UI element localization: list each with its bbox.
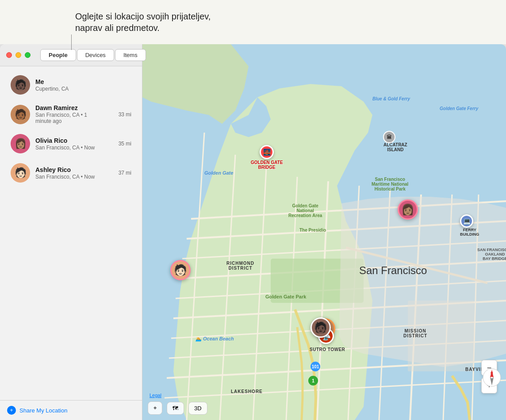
person-location-olivia: San Francisco, CA • Now — [35, 145, 119, 151]
alcatraz-marker: 🏛 — [383, 131, 395, 143]
three-d-button[interactable]: 3D — [188, 402, 207, 415]
maximize-button[interactable] — [25, 52, 31, 58]
person-distance-olivia: 35 mi — [119, 141, 131, 147]
map-type-icon: 🗺 — [172, 405, 178, 412]
list-item-ashley[interactable]: 🧑🏻 Ashley Rico San Francisco, CA • Now 3… — [4, 159, 138, 187]
list-item-dawn[interactable]: 🧑🏾 Dawn Ramirez San Francisco, CA • 1min… — [4, 100, 138, 129]
map-bottom-bar: ⌖ 🗺 3D — [148, 401, 207, 415]
map-background — [142, 44, 506, 420]
location-button[interactable]: ⌖ — [148, 401, 162, 415]
person-location-dawn: San Francisco, CA • 1minute ago — [35, 112, 119, 124]
tooltip-pointer-line — [71, 34, 72, 50]
avatar-me: 🧑🏿 — [11, 75, 30, 95]
share-location-icon: + — [7, 406, 16, 415]
tooltip-text: Oglejte si lokacijo svojih prijateljev, … — [75, 11, 211, 34]
tooltip-area: Oglejte si lokacijo svojih prijateljev, … — [0, 0, 506, 44]
person-info-me: Me Cupertino, CA — [35, 78, 131, 92]
share-location-button[interactable]: + Share My Location — [0, 400, 142, 420]
map-marker-olivia[interactable]: 👩🏽 — [398, 199, 418, 220]
svg-text:N: N — [491, 371, 493, 375]
list-item-olivia[interactable]: 👩🏽 Olivia Rico San Francisco, CA • Now 3… — [4, 130, 138, 158]
tab-items[interactable]: Items — [115, 49, 146, 61]
map-area[interactable]: Golden Gate Golden GateNationalRecreatio… — [142, 44, 506, 420]
marker-avatar-olivia: 👩🏽 — [398, 199, 418, 220]
tabs-container: People Devices Items — [36, 49, 151, 61]
sidebar: People Devices Items 🧑🏿 Me Cupertino, CA — [0, 44, 142, 420]
map-marker-ashley[interactable]: 🧑🏻 — [170, 260, 191, 280]
tooltip-line1: Oglejte si lokacijo svojih prijateljev, — [75, 11, 211, 21]
golden-gate-bridge-marker: 🌉 GOLDEN GATEBRIDGE — [251, 145, 283, 170]
person-location-ashley: San Francisco, CA • Now — [35, 174, 119, 180]
person-info-ashley: Ashley Rico San Francisco, CA • Now — [35, 166, 119, 180]
app-window: People Devices Items 🧑🏿 Me Cupertino, CA — [0, 44, 506, 420]
map-marker-me[interactable]: 🧑🏿 — [310, 317, 331, 338]
person-info-olivia: Olivia Rico San Francisco, CA • Now — [35, 137, 119, 151]
legal-link[interactable]: Legal — [150, 393, 161, 398]
bridge-pin-label: GOLDEN GATEBRIDGE — [251, 160, 283, 170]
location-arrow-icon: ⌖ — [153, 405, 157, 412]
person-location-me: Cupertino, CA — [35, 86, 131, 92]
three-d-label: 3D — [194, 405, 202, 412]
minimize-button[interactable] — [15, 52, 21, 58]
person-name-dawn: Dawn Ramirez — [35, 104, 119, 111]
close-button[interactable] — [6, 52, 12, 58]
tab-devices[interactable]: Devices — [77, 49, 114, 61]
device-pin-ferry: 💻 — [460, 214, 473, 228]
people-list: 🧑🏿 Me Cupertino, CA 🧑🏾 Dawn Ramirez San … — [0, 66, 142, 400]
alcatraz-pin-icon: 🏛 — [383, 131, 395, 143]
person-name-ashley: Ashley Rico — [35, 166, 119, 173]
avatar-ashley: 🧑🏻 — [11, 163, 30, 183]
map-type-button[interactable]: 🗺 — [167, 402, 184, 415]
traffic-lights — [6, 52, 31, 58]
person-name-me: Me — [35, 78, 131, 85]
avatar-olivia: 👩🏽 — [11, 134, 30, 153]
compass[interactable]: N — [482, 368, 502, 389]
person-info-dawn: Dawn Ramirez San Francisco, CA • 1minute… — [35, 104, 119, 124]
share-location-label: Share My Location — [19, 407, 67, 414]
avatar-dawn: 🧑🏾 — [11, 105, 30, 124]
person-name-olivia: Olivia Rico — [35, 137, 119, 144]
person-distance-ashley: 37 mi — [119, 170, 131, 176]
bridge-pin-icon: 🌉 — [260, 145, 274, 159]
marker-avatar-ashley: 🧑🏻 — [170, 260, 191, 280]
tab-people[interactable]: People — [40, 49, 76, 61]
tooltip-line2: naprav ali predmetov. — [75, 23, 160, 33]
person-distance-dawn: 33 mi — [119, 111, 131, 118]
list-item-me[interactable]: 🧑🏿 Me Cupertino, CA — [4, 71, 138, 99]
marker-avatar-me: 🧑🏿 — [310, 317, 331, 338]
